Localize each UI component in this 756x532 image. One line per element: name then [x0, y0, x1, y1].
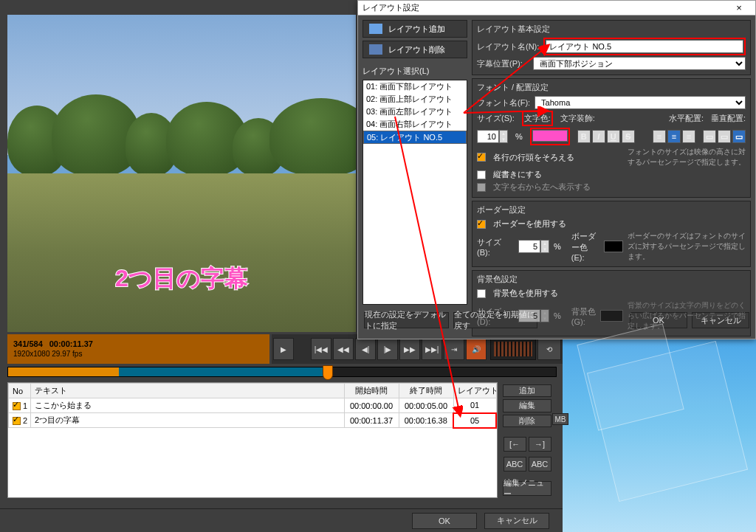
jump-start-button[interactable]: |◀◀	[311, 338, 331, 360]
valign-label: 垂直配置:	[711, 113, 746, 124]
align-left-icon[interactable]: ≡	[653, 130, 666, 143]
step-fwd-button[interactable]: |▶	[377, 338, 398, 360]
valign-top-icon[interactable]: ▭	[703, 130, 716, 143]
bold-toggle[interactable]: B	[577, 130, 591, 143]
subtitle-position-label: 字幕位置(P):	[477, 58, 529, 69]
cancel-button[interactable]: キャンセル	[484, 513, 549, 529]
strike-toggle[interactable]: S	[622, 130, 635, 143]
layout-add-button[interactable]: レイアウト追加	[362, 20, 467, 38]
section-basic: レイアウト基本設定 レイアウト名(N): 字幕位置(P): 画面下部ポジション	[472, 20, 751, 75]
layout-name-input[interactable]	[546, 40, 743, 53]
subtitle-table[interactable]: No テキスト 開始時間 終了時間 レイアウト番号 1 ここから始まる 00:0…	[7, 382, 498, 498]
dialog-titlebar[interactable]: レイアウト設定 ×	[358, 1, 755, 15]
layout-list-item-selected[interactable]: 05: レイアウト NO.5	[363, 131, 467, 144]
set-default-button[interactable]: 現在の設定をデフォルトに指定	[364, 312, 449, 328]
section-bg-header: 背景色設定	[477, 274, 746, 285]
border-size-spinner[interactable]: ▲▼	[518, 240, 549, 253]
bg-size-spinner: ▲▼	[518, 309, 549, 322]
timeline-playhead[interactable]	[323, 365, 333, 380]
layout-list-item[interactable]: 01: 画面下部レイアウト	[363, 80, 467, 93]
section-bg: 背景色設定 背景色を使用する サイズ(D): ▲▼% 背景色(G): 背景のサイ…	[472, 270, 751, 336]
col-layout[interactable]: レイアウト番号	[453, 384, 496, 398]
col-text[interactable]: テキスト	[31, 384, 345, 398]
marker-button[interactable]: ⇥	[444, 338, 464, 360]
col-no[interactable]: No	[9, 384, 31, 398]
mb-badge: MB	[552, 413, 568, 425]
font-deco-label: 文字装飾:	[560, 113, 595, 124]
rewind-button[interactable]: ◀◀	[333, 338, 354, 360]
border-size-label: サイズ(B):	[477, 237, 514, 257]
preview-treeline	[7, 102, 356, 176]
bg-color-well	[600, 310, 623, 322]
table-row[interactable]: 1 ここから始まる 00:00:00.00 00:00:05.00 01	[9, 398, 497, 413]
underline-toggle[interactable]: U	[607, 130, 620, 143]
play-button[interactable]: ▶	[273, 338, 294, 360]
layout-number-cell-highlight[interactable]: 05	[453, 413, 496, 428]
step-back-button[interactable]: ◀|	[355, 338, 376, 360]
frame-counter: 341/584 00:00:11.37 1920x1080 29.97 fps	[7, 334, 269, 364]
jump-end-button[interactable]: ▶▶|	[422, 338, 442, 360]
abc2-button[interactable]: ABC	[529, 457, 551, 471]
use-bg-check[interactable]	[477, 289, 486, 298]
edit-button[interactable]: 編集	[503, 399, 551, 412]
layout-list-item[interactable]: 03: 画面左部レイアウト	[363, 106, 467, 118]
section-font: フォント / 配置設定 フォント名(F): Tahoma サイズ(S): 文字色…	[472, 78, 751, 198]
layout-list[interactable]: 01: 画面下部レイアウト 02: 画面上部レイアウト 03: 画面左部レイアウ…	[362, 80, 467, 305]
font-size-spinner[interactable]: ▲▼	[477, 130, 508, 143]
add-button[interactable]: 追加	[503, 384, 551, 397]
delete-button[interactable]: 削除	[503, 415, 551, 427]
halign-toggles: ≡ ≡ ≡	[653, 130, 695, 143]
dialog-title: レイアウト設定	[362, 2, 419, 13]
timeline-segment-b	[119, 367, 326, 376]
bg-color-label: 背景色(G):	[571, 306, 596, 326]
sound-button[interactable]: 🔊	[466, 338, 487, 360]
row-check-icon[interactable]	[13, 402, 21, 410]
border-color-well[interactable]	[604, 241, 623, 252]
font-color-well[interactable]	[532, 130, 568, 142]
font-name-label: フォント名(F):	[477, 97, 530, 108]
timecode: 00:00:11.37	[49, 339, 93, 348]
jump-out-button[interactable]: →]	[529, 437, 551, 452]
edit-menu-button[interactable]: 編集メニュー	[503, 481, 551, 496]
section-basic-header: レイアウト基本設定	[477, 24, 746, 35]
row-check-icon[interactable]	[13, 417, 21, 425]
layout-settings-dialog: レイアウト設定 × レイアウト追加 レイアウト削除 レイアウト選択(L) 01:…	[357, 0, 756, 339]
table-row[interactable]: 2 2つ目の字幕 00:00:11.37 00:00:16.38 05	[9, 413, 497, 428]
align-center-icon[interactable]: ≡	[667, 130, 681, 143]
halign-label: 水平配置:	[669, 113, 704, 124]
layout-add-icon	[369, 24, 382, 34]
layout-delete-button[interactable]: レイアウト削除	[362, 41, 467, 58]
close-icon[interactable]: ×	[727, 2, 751, 13]
layout-list-label: レイアウト選択(L)	[362, 66, 467, 77]
col-start[interactable]: 開始時間	[344, 384, 399, 398]
border-hint: ボーダーのサイズはフォントのサイズに対するパーセンテージで指定します。	[628, 231, 746, 262]
reload-button[interactable]: ⟲	[537, 338, 561, 360]
align-linehead-check[interactable]	[477, 153, 486, 162]
rtl-check	[477, 183, 486, 192]
jump-in-button[interactable]: [←	[504, 437, 526, 452]
subtitle-side-buttons: 追加 編集 削除 [← →] ABC ABC 編集メニュー	[498, 382, 557, 498]
border-color-label: ボーダー色(E):	[571, 231, 599, 262]
vertical-writing-check[interactable]	[477, 170, 486, 179]
section-border-header: ボーダー設定	[477, 204, 746, 215]
layout-list-item[interactable]: 04: 画面右部レイアウト	[363, 118, 467, 131]
valign-middle-icon[interactable]: ▭	[718, 130, 731, 143]
layout-name-label: レイアウト名(N):	[477, 41, 539, 52]
font-name-select[interactable]: Tahoma	[535, 96, 746, 109]
abc1-button[interactable]: ABC	[504, 457, 526, 471]
video-meta: 1920x1080 29.97 fps	[13, 350, 264, 358]
use-border-check[interactable]	[477, 220, 486, 229]
align-right-icon[interactable]: ≡	[682, 130, 695, 143]
italic-toggle[interactable]: I	[592, 130, 605, 143]
valign-bottom-icon[interactable]: ▭	[732, 130, 746, 143]
fast-fwd-button[interactable]: ▶▶	[399, 338, 420, 360]
subtitle-position-select[interactable]: 画面下部ポジション	[533, 57, 746, 70]
section-border: ボーダー設定 ボーダーを使用する サイズ(B): ▲▼% ボーダー色(E): ボ…	[472, 201, 751, 267]
dialog-left-pane: レイアウト追加 レイアウト削除 レイアウト選択(L) 01: 画面下部レイアウト…	[362, 20, 467, 305]
subtitle-grid-zone: No テキスト 開始時間 終了時間 レイアウト番号 1 ここから始まる 00:0…	[7, 382, 557, 498]
layout-list-item[interactable]: 02: 画面上部レイアウト	[363, 93, 467, 106]
timeline[interactable]	[7, 367, 557, 377]
ok-button[interactable]: OK	[412, 513, 477, 529]
bg-size-label: サイズ(D):	[477, 306, 514, 326]
col-end[interactable]: 終了時間	[399, 384, 453, 398]
